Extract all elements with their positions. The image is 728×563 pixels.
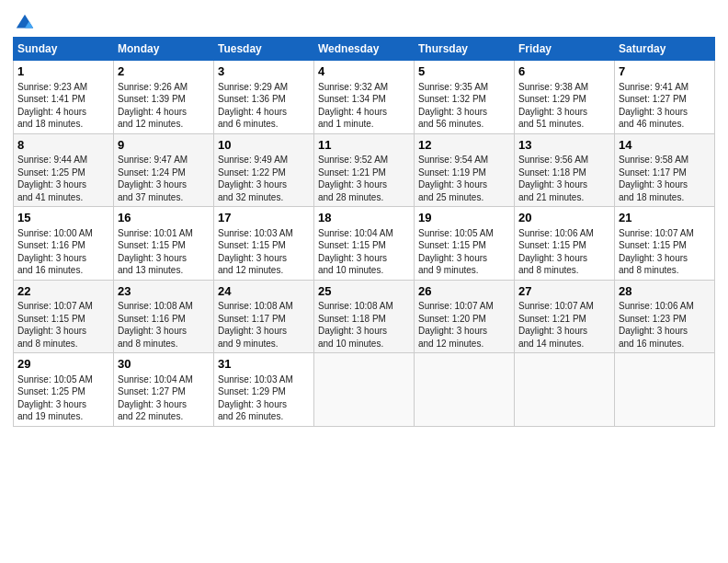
day-number: 30	[118, 356, 210, 373]
calendar-cell: 7Sunrise: 9:41 AM Sunset: 1:27 PM Daylig…	[615, 61, 715, 134]
day-info: Sunrise: 10:05 AM Sunset: 1:15 PM Daylig…	[418, 228, 494, 276]
calendar-cell: 18Sunrise: 10:04 AM Sunset: 1:15 PM Dayl…	[314, 207, 415, 281]
day-info: Sunrise: 9:32 AM Sunset: 1:34 PM Dayligh…	[318, 82, 388, 130]
day-info: Sunrise: 10:05 AM Sunset: 1:25 PM Daylig…	[17, 374, 93, 422]
weekday-header-tuesday: Tuesday	[214, 38, 314, 61]
day-number: 6	[518, 63, 610, 80]
day-info: Sunrise: 9:52 AM Sunset: 1:21 PM Dayligh…	[318, 155, 388, 202]
day-info: Sunrise: 9:54 AM Sunset: 1:19 PM Dayligh…	[418, 155, 488, 202]
day-number: 21	[619, 210, 711, 226]
calendar-week-4: 22Sunrise: 10:07 AM Sunset: 1:15 PM Dayl…	[14, 280, 715, 353]
day-info: Sunrise: 10:04 AM Sunset: 1:27 PM Daylig…	[118, 374, 193, 422]
day-info: Sunrise: 10:07 AM Sunset: 1:15 PM Daylig…	[619, 228, 694, 276]
weekday-header-saturday: Saturday	[615, 38, 715, 61]
day-number: 24	[218, 283, 310, 300]
calendar-cell: 22Sunrise: 10:07 AM Sunset: 1:15 PM Dayl…	[14, 280, 114, 353]
calendar-cell: 27Sunrise: 10:07 AM Sunset: 1:21 PM Dayl…	[515, 280, 615, 353]
calendar-cell: 19Sunrise: 10:05 AM Sunset: 1:15 PM Dayl…	[415, 207, 515, 281]
day-info: Sunrise: 10:07 AM Sunset: 1:20 PM Daylig…	[418, 301, 494, 349]
day-info: Sunrise: 10:08 AM Sunset: 1:17 PM Daylig…	[218, 301, 293, 349]
day-number: 8	[17, 137, 109, 154]
day-number: 16	[118, 210, 210, 226]
calendar-week-2: 8Sunrise: 9:44 AM Sunset: 1:25 PM Daylig…	[14, 133, 715, 207]
day-number: 3	[218, 63, 310, 80]
calendar-cell: 13Sunrise: 9:56 AM Sunset: 1:18 PM Dayli…	[515, 133, 615, 207]
day-info: Sunrise: 10:00 AM Sunset: 1:16 PM Daylig…	[17, 228, 93, 276]
day-info: Sunrise: 10:06 AM Sunset: 1:15 PM Daylig…	[518, 228, 594, 276]
calendar-week-1: 1Sunrise: 9:23 AM Sunset: 1:41 PM Daylig…	[14, 61, 715, 134]
calendar-cell: 4Sunrise: 9:32 AM Sunset: 1:34 PM Daylig…	[314, 61, 415, 134]
day-info: Sunrise: 9:49 AM Sunset: 1:22 PM Dayligh…	[218, 155, 288, 202]
day-number: 5	[418, 63, 510, 80]
day-number: 19	[418, 210, 510, 226]
day-number: 9	[118, 137, 210, 154]
day-number: 29	[17, 356, 109, 373]
weekday-header-monday: Monday	[114, 38, 214, 61]
weekday-header-friday: Friday	[515, 38, 615, 61]
day-number: 15	[17, 210, 109, 226]
calendar-cell: 25Sunrise: 10:08 AM Sunset: 1:18 PM Dayl…	[314, 280, 415, 353]
calendar-cell: 3Sunrise: 9:29 AM Sunset: 1:36 PM Daylig…	[214, 61, 314, 134]
day-number: 1	[17, 63, 109, 80]
day-info: Sunrise: 9:58 AM Sunset: 1:17 PM Dayligh…	[619, 155, 688, 202]
calendar-cell: 2Sunrise: 9:26 AM Sunset: 1:39 PM Daylig…	[114, 61, 214, 134]
calendar-cell	[415, 353, 515, 427]
day-info: Sunrise: 10:08 AM Sunset: 1:18 PM Daylig…	[318, 301, 393, 349]
calendar-cell	[515, 353, 615, 427]
calendar-cell: 16Sunrise: 10:01 AM Sunset: 1:15 PM Dayl…	[114, 207, 214, 281]
calendar-cell: 20Sunrise: 10:06 AM Sunset: 1:15 PM Dayl…	[515, 207, 615, 281]
day-number: 27	[518, 283, 610, 300]
logo-icon	[15, 13, 35, 33]
day-number: 4	[318, 63, 410, 80]
day-number: 11	[318, 137, 410, 154]
calendar-cell: 29Sunrise: 10:05 AM Sunset: 1:25 PM Dayl…	[14, 353, 114, 427]
logo	[13, 13, 35, 33]
calendar-cell: 6Sunrise: 9:38 AM Sunset: 1:29 PM Daylig…	[515, 61, 615, 134]
day-number: 13	[518, 137, 610, 154]
weekday-header-sunday: Sunday	[14, 38, 114, 61]
calendar-cell: 5Sunrise: 9:35 AM Sunset: 1:32 PM Daylig…	[415, 61, 515, 134]
day-info: Sunrise: 10:01 AM Sunset: 1:15 PM Daylig…	[118, 228, 193, 276]
calendar-cell: 17Sunrise: 10:03 AM Sunset: 1:15 PM Dayl…	[214, 207, 314, 281]
day-info: Sunrise: 9:26 AM Sunset: 1:39 PM Dayligh…	[118, 82, 188, 130]
calendar-table: SundayMondayTuesdayWednesdayThursdayFrid…	[13, 37, 715, 427]
day-number: 12	[418, 137, 510, 154]
calendar-cell: 9Sunrise: 9:47 AM Sunset: 1:24 PM Daylig…	[114, 133, 214, 207]
weekday-header-wednesday: Wednesday	[314, 38, 415, 61]
day-number: 20	[518, 210, 610, 226]
day-info: Sunrise: 10:06 AM Sunset: 1:23 PM Daylig…	[619, 301, 694, 349]
weekday-header-thursday: Thursday	[415, 38, 515, 61]
calendar-cell: 23Sunrise: 10:08 AM Sunset: 1:16 PM Dayl…	[114, 280, 214, 353]
calendar-cell: 15Sunrise: 10:00 AM Sunset: 1:16 PM Dayl…	[14, 207, 114, 281]
day-number: 14	[619, 137, 711, 154]
calendar-cell: 12Sunrise: 9:54 AM Sunset: 1:19 PM Dayli…	[415, 133, 515, 207]
day-number: 2	[118, 63, 210, 80]
day-number: 26	[418, 283, 510, 300]
day-number: 28	[619, 283, 711, 300]
day-info: Sunrise: 10:07 AM Sunset: 1:21 PM Daylig…	[518, 301, 594, 349]
calendar-cell: 1Sunrise: 9:23 AM Sunset: 1:41 PM Daylig…	[14, 61, 114, 134]
day-info: Sunrise: 9:35 AM Sunset: 1:32 PM Dayligh…	[418, 82, 488, 130]
day-number: 23	[118, 283, 210, 300]
day-number: 10	[218, 137, 310, 154]
calendar-cell: 14Sunrise: 9:58 AM Sunset: 1:17 PM Dayli…	[615, 133, 715, 207]
day-info: Sunrise: 9:56 AM Sunset: 1:18 PM Dayligh…	[518, 155, 588, 202]
day-info: Sunrise: 10:08 AM Sunset: 1:16 PM Daylig…	[118, 301, 193, 349]
calendar-cell: 30Sunrise: 10:04 AM Sunset: 1:27 PM Dayl…	[114, 353, 214, 427]
day-info: Sunrise: 9:29 AM Sunset: 1:36 PM Dayligh…	[218, 82, 288, 130]
day-number: 25	[318, 283, 410, 300]
calendar-cell: 10Sunrise: 9:49 AM Sunset: 1:22 PM Dayli…	[214, 133, 314, 207]
day-number: 22	[17, 283, 109, 300]
calendar-cell	[314, 353, 415, 427]
page-container: SundayMondayTuesdayWednesdayThursdayFrid…	[0, 0, 728, 432]
calendar-cell: 24Sunrise: 10:08 AM Sunset: 1:17 PM Dayl…	[214, 280, 314, 353]
day-info: Sunrise: 9:38 AM Sunset: 1:29 PM Dayligh…	[518, 82, 588, 130]
day-info: Sunrise: 9:47 AM Sunset: 1:24 PM Dayligh…	[118, 155, 188, 202]
calendar-week-5: 29Sunrise: 10:05 AM Sunset: 1:25 PM Dayl…	[14, 353, 715, 427]
day-number: 31	[218, 356, 310, 373]
day-number: 17	[218, 210, 310, 226]
calendar-cell: 11Sunrise: 9:52 AM Sunset: 1:21 PM Dayli…	[314, 133, 415, 207]
calendar-cell	[615, 353, 715, 427]
calendar-cell: 26Sunrise: 10:07 AM Sunset: 1:20 PM Dayl…	[415, 280, 515, 353]
day-info: Sunrise: 9:44 AM Sunset: 1:25 PM Dayligh…	[17, 155, 87, 202]
